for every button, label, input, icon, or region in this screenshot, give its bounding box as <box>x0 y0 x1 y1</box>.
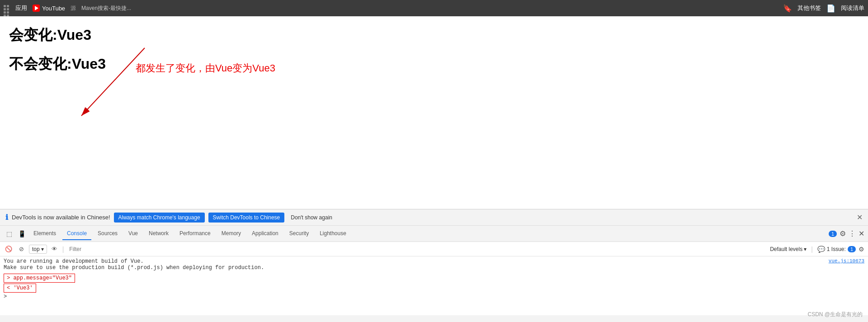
tab-lighthouse[interactable]: Lighthouse <box>315 227 351 240</box>
devtools-right-icons: 1 ⚙ ⋮ ✕ <box>829 229 864 238</box>
csdn-watermark: CSDN @生命是有光的 <box>807 311 863 318</box>
tab-bar: 应用 YouTube 源 Maven搜索-最快捷... 🔖 其他书签 📄 阅读清… <box>0 0 868 16</box>
tab-performance[interactable]: Performance <box>175 227 215 240</box>
apps-label[interactable]: 应用 <box>15 4 27 12</box>
context-chevron-icon: ▾ <box>41 246 44 252</box>
bookmarks-label[interactable]: 其他书签 <box>797 4 821 12</box>
notif-text: DevTools is now available in Chinese! <box>12 214 110 221</box>
code-output: < 'Vue3' <box>7 285 33 291</box>
levels-chevron-icon: ▾ <box>804 246 807 252</box>
filter-input[interactable] <box>66 245 767 253</box>
default-levels-label: Default levels <box>770 246 802 252</box>
tab-application[interactable]: Application <box>247 227 283 240</box>
vue-link[interactable]: vue.js:10673 <box>829 258 864 271</box>
warning-text: You are running a development build of V… <box>4 258 264 271</box>
issue-icon: 💬 <box>817 246 825 253</box>
warning-line2: Make sure to use the production build (*… <box>4 265 264 271</box>
reading-icon: 📄 <box>826 4 835 13</box>
annotation-text: 都发生了变化，由Vue变为Vue3 <box>136 62 275 75</box>
tab-vue[interactable]: Vue <box>124 227 142 240</box>
devtools-close-button[interactable]: ✕ <box>859 229 864 238</box>
console-prompt-symbol: > <box>4 294 7 300</box>
heading1: 会变化:Vue3 <box>9 25 859 45</box>
tab-sources[interactable]: Sources <box>93 227 122 240</box>
always-match-button[interactable]: Always match Chrome's language <box>114 213 205 223</box>
more-options-icon[interactable]: ⋮ <box>849 229 856 238</box>
code-input-line: > app.message="Vue3" <box>4 274 75 283</box>
separator: | <box>62 246 64 253</box>
bookmark-icon: 🔖 <box>783 4 792 13</box>
clear-console-button[interactable]: 🚫 <box>4 244 14 254</box>
tab-console[interactable]: Console <box>62 227 91 240</box>
chat-badge: 1 <box>829 231 837 237</box>
youtube-tab[interactable]: YouTube <box>33 5 65 12</box>
info-icon: ℹ <box>5 213 8 222</box>
code-block: > app.message="Vue3" < 'Vue3' <box>4 274 864 293</box>
filter-button[interactable]: ⊘ <box>16 244 26 254</box>
tab-network[interactable]: Network <box>144 227 173 240</box>
youtube-favicon <box>33 5 40 12</box>
dont-show-button[interactable]: Don't show again <box>288 213 335 223</box>
youtube-label: YouTube <box>42 5 65 12</box>
maven-label[interactable]: Maven搜索-最快捷... <box>81 5 131 12</box>
console-input[interactable] <box>9 294 99 300</box>
console-output: You are running a development build of V… <box>0 256 868 315</box>
console-toolbar: 🚫 ⊘ top ▾ 👁 | Default levels ▾ | 💬 1 Iss… <box>0 242 868 256</box>
devtools-tabs: ⬚ 📱 Elements Console Sources Vue Network… <box>0 226 868 242</box>
warning-block: You are running a development build of V… <box>4 258 864 271</box>
settings-gear-icon[interactable]: ⚙ <box>840 229 846 238</box>
eye-filter-icon[interactable]: 👁 <box>50 244 60 254</box>
source-indicator: 源 <box>71 5 76 12</box>
notif-close-button[interactable]: ✕ <box>857 213 863 222</box>
issues-count-badge: 1 <box>848 246 856 252</box>
apps-button[interactable] <box>4 5 10 11</box>
inspect-icon[interactable]: ⬚ <box>4 228 14 239</box>
code-input: > app.message="Vue3" <box>7 275 72 281</box>
tab-memory[interactable]: Memory <box>217 227 245 240</box>
tab-security[interactable]: Security <box>285 227 313 240</box>
default-levels-selector[interactable]: Default levels ▾ <box>770 246 807 252</box>
reading-list-label[interactable]: 阅读清单 <box>841 4 864 12</box>
tab-elements[interactable]: Elements <box>29 227 61 240</box>
separator2: | <box>811 246 813 253</box>
issues-label: 1 Issue: <box>827 246 846 252</box>
warning-line1: You are running a development build of V… <box>4 258 144 265</box>
page-content: 会变化:Vue3 不会变化:Vue3 都发生了变化，由Vue变为Vue3 <box>0 16 868 209</box>
switch-button[interactable]: Switch DevTools to Chinese <box>208 213 285 223</box>
code-output-line: < 'Vue3' <box>4 284 36 293</box>
console-prompt-line[interactable]: > <box>4 294 864 300</box>
top-label: top <box>32 246 40 252</box>
context-selector[interactable]: top ▾ <box>29 245 47 254</box>
devtools-panel: ℹ DevTools is now available in Chinese! … <box>0 209 868 322</box>
device-icon[interactable]: 📱 <box>16 228 27 239</box>
issues-badge: 💬 1 Issue: 1 <box>817 246 856 253</box>
notif-bar: ℹ DevTools is now available in Chinese! … <box>0 209 868 226</box>
console-settings-icon[interactable]: ⚙ <box>859 246 864 253</box>
